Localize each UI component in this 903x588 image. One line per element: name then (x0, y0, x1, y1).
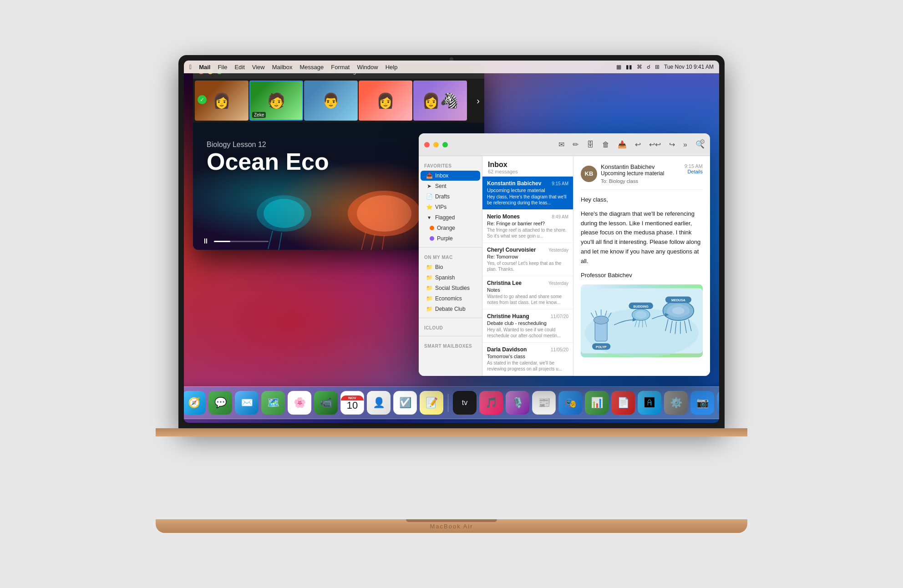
forward-icon[interactable]: ↪ (669, 140, 675, 149)
detail-to: To: Biology class (601, 178, 664, 184)
mail-preview-3: Wanted to go ahead and share some notes … (487, 294, 568, 305)
menubar-app-name[interactable]: Mail (199, 64, 210, 71)
menubar-window[interactable]: Window (357, 64, 378, 71)
apple-menu[interactable]:  (189, 63, 192, 71)
sidebar-item-sent[interactable]: ➤ Sent (421, 181, 480, 191)
dock-notes[interactable]: 📝 (420, 391, 443, 415)
mail-close-button[interactable] (424, 142, 430, 147)
more-icon[interactable]: » (683, 141, 687, 149)
dock-update[interactable]: ⬇️ (717, 391, 719, 415)
dock-numbers[interactable]: 📊 (585, 391, 609, 415)
dock-keynote[interactable]: 🎭 (558, 391, 582, 415)
dock-podcasts[interactable]: 🎙️ (506, 391, 529, 415)
compose-icon[interactable]: ✉ (558, 140, 564, 149)
mail-fullscreen-button[interactable] (442, 142, 448, 147)
menubar-help[interactable]: Help (386, 64, 398, 71)
mail-item-5[interactable]: Darla Davidson 11/05/20 Tomorrow's class… (482, 343, 573, 376)
sidebar-item-bio[interactable]: 📁 Bio (421, 262, 480, 272)
control-center-icon[interactable]: ⊞ (655, 64, 659, 70)
participant-label-2: Zeke (252, 112, 266, 118)
sidebar-item-flagged[interactable]: ▾ Flagged (421, 213, 480, 223)
dock-tv[interactable]: tv (453, 391, 477, 415)
dock-facetime[interactable]: 📹 (314, 391, 338, 415)
mail-item-0[interactable]: Konstantin Babichev 9:15 AM Upcoming lec… (482, 177, 573, 210)
dock-music[interactable]: 🎵 (479, 391, 503, 415)
dock-news[interactable]: 📰 (532, 391, 556, 415)
sidebar-economics-label: Economics (435, 295, 462, 302)
svg-text:MEDUSA: MEDUSA (671, 299, 685, 302)
detail-details-link[interactable]: Details (685, 169, 703, 174)
dock-messages[interactable]: 💬 (208, 391, 232, 415)
icloud-label: iCloud (419, 322, 482, 332)
sidebar-item-economics[interactable]: 📁 Economics (421, 294, 480, 304)
detail-sender-name: Konstantin Babichev (601, 163, 664, 170)
dock-pages[interactable]: 📄 (611, 391, 635, 415)
mail-subject-5: Tomorrow's class (487, 354, 568, 359)
archive-icon[interactable]: 🗄 (587, 141, 594, 149)
menubar-format[interactable]: Format (331, 64, 350, 71)
mail-item-2[interactable]: Cheryl Courvoisier Yesterday Re: Tomorro… (482, 243, 573, 276)
sidebar-item-debate-club[interactable]: 📁 Debate Club (421, 304, 480, 314)
svg-point-12 (594, 316, 609, 324)
sidebar-item-flag-orange[interactable]: Orange (421, 223, 480, 233)
detail-meta: KB Konstantin Babichev Upcoming lecture … (581, 163, 703, 184)
delete-icon[interactable]: 🗑 (602, 141, 609, 149)
sidebar-spanish-label: Spanish (435, 274, 455, 281)
mail-window[interactable]: ✉ ✏ 🗄 🗑 📥 ↩ ↩↩ ↪ » 🔍 (419, 133, 710, 376)
play-pause-icon[interactable]: ⏸ (202, 237, 209, 245)
search-icon[interactable]: ☌ (647, 64, 650, 70)
sidebar-item-social-studies[interactable]: 📁 Social Studies (421, 283, 480, 293)
dock-mail[interactable]: ✉️ (235, 391, 259, 415)
sidebar-divider-2 (419, 318, 482, 318)
menubar-mailbox[interactable]: Mailbox (272, 64, 293, 71)
on-my-mac-label: On My Mac (419, 251, 482, 262)
slide-subtitle: Biology Lesson 12 (207, 141, 329, 149)
mail-item-3[interactable]: Christina Lee Yesterday Notes Wanted to … (482, 276, 573, 309)
dock-safari[interactable]: 🧭 (184, 391, 206, 415)
dock-calendar[interactable]: NOV 10 (340, 391, 364, 415)
reply-icon[interactable]: ↩ (635, 140, 641, 149)
mail-item-1[interactable]: Nerio Mones 8:49 AM Re: Fringe or barrie… (482, 210, 573, 243)
mail-subject-0: Upcoming lecture material (487, 188, 568, 193)
slide-controls: ⏸ (202, 237, 269, 245)
mail-item-4[interactable]: Christine Huang 11/07/20 Debate club - r… (482, 309, 573, 343)
mail-preview-4: Hey all, Wanted to see if we could resch… (487, 327, 568, 339)
debate-folder-icon: 📁 (426, 306, 432, 312)
dock-system-prefs[interactable]: ⚙️ (664, 391, 688, 415)
svg-line-7 (268, 231, 273, 249)
menubar-message[interactable]: Message (300, 64, 324, 71)
menubar-edit[interactable]: Edit (234, 64, 244, 71)
menubar-left:  Mail File Edit View Mailbox Message Fo… (189, 63, 397, 71)
mailbox-title: Inbox (488, 161, 517, 169)
reply-all-icon[interactable]: ↩↩ (649, 140, 661, 149)
wifi-icon[interactable]: ⌘ (637, 64, 642, 70)
sidebar-item-vips[interactable]: ⭐ VIPs (421, 202, 480, 212)
bio-folder-icon: 📁 (426, 264, 432, 270)
sidebar-item-drafts[interactable]: 📄 Drafts (421, 192, 480, 202)
zoom-status-icon[interactable]: ▦ (616, 64, 621, 70)
move-icon[interactable]: 📥 (618, 140, 627, 149)
clock: Tue Nov 10 9:41 AM (664, 64, 714, 70)
progress-bar[interactable] (214, 241, 269, 242)
dock-zoom[interactable]: 📷 (690, 391, 714, 415)
dock-appstore[interactable]: 🅰 (638, 391, 661, 415)
mail-minimize-button[interactable] (433, 142, 439, 147)
sidebar-divider-1 (419, 247, 482, 248)
zoom-next-arrow[interactable]: › (477, 96, 480, 106)
sidebar-item-inbox[interactable]: 📥 Inbox (421, 171, 480, 181)
dock-photos[interactable]: 🌸 (288, 391, 311, 415)
dock-maps[interactable]: 🗺️ (261, 391, 285, 415)
menubar-file[interactable]: File (218, 64, 227, 71)
new-message-icon[interactable]: ✏ (573, 140, 578, 149)
participant-5: 👩‍🦓 (413, 81, 467, 121)
dock-reminders[interactable]: ☑️ (393, 391, 417, 415)
mail-item-5-header: Darla Davidson 11/05/20 (487, 346, 568, 353)
menubar-view[interactable]: View (252, 64, 265, 71)
sidebar-debate-label: Debate Club (435, 306, 466, 312)
sidebar-item-flag-purple[interactable]: Purple (421, 233, 480, 243)
mail-subject-2: Re: Tomorrow (487, 254, 568, 259)
mail-window-controls[interactable] (424, 142, 448, 147)
dock-contacts[interactable]: 👤 (367, 391, 391, 415)
sidebar-orange-label: Orange (437, 225, 455, 231)
sidebar-item-spanish[interactable]: 📁 Spanish (421, 273, 480, 283)
